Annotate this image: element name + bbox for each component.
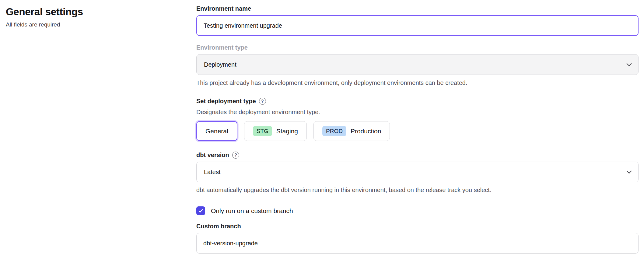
environment-name-input[interactable] xyxy=(196,15,639,36)
environment-type-select[interactable]: Deployment xyxy=(196,54,639,75)
environment-settings-form: Environment name Environment type Deploy… xyxy=(196,0,639,263)
production-button-label: Production xyxy=(351,128,381,135)
dbt-version-label: dbt version ? xyxy=(196,151,639,159)
environment-settings-page: General settings All fields are required… xyxy=(0,0,644,263)
environment-name-label: Environment name xyxy=(196,5,639,12)
custom-branch-checkbox[interactable] xyxy=(196,206,205,215)
check-icon xyxy=(198,208,204,214)
dbt-version-helper: dbt automatically upgrades the dbt versi… xyxy=(196,186,639,194)
stg-badge: STG xyxy=(253,126,272,136)
custom-branch-toggle-row: Only run on a custom branch xyxy=(196,206,639,215)
deployment-type-label-text: Set deployment type xyxy=(196,97,256,105)
page-subtitle: All fields are required xyxy=(6,21,196,28)
staging-button-label: Staging xyxy=(276,128,298,135)
environment-type-label: Environment type xyxy=(196,44,639,51)
custom-branch-input[interactable] xyxy=(196,233,639,254)
dbt-version-select[interactable]: Latest xyxy=(196,162,639,182)
help-icon[interactable]: ? xyxy=(232,152,239,159)
dbt-version-value: Latest xyxy=(204,169,220,176)
dbt-version-label-text: dbt version xyxy=(196,151,229,159)
deployment-type-staging-button[interactable]: STG Staging xyxy=(244,121,307,141)
deployment-type-options: General STG Staging PROD Production xyxy=(196,121,639,141)
environment-type-helper: This project already has a development e… xyxy=(196,79,639,86)
prod-badge: PROD xyxy=(322,126,346,136)
deployment-type-helper: Designates the deployment environment ty… xyxy=(196,108,639,116)
environment-type-value: Deployment xyxy=(204,61,236,68)
deployment-type-general-button[interactable]: General xyxy=(196,121,237,141)
custom-branch-label: Custom branch xyxy=(196,223,639,230)
general-button-label: General xyxy=(205,128,228,135)
chevron-down-icon xyxy=(627,61,632,66)
help-icon[interactable]: ? xyxy=(259,98,266,105)
page-title: General settings xyxy=(6,6,196,18)
deployment-type-production-button[interactable]: PROD Production xyxy=(313,121,390,141)
custom-branch-toggle-label: Only run on a custom branch xyxy=(211,207,293,215)
deployment-type-label: Set deployment type ? xyxy=(196,97,639,105)
settings-header: General settings All fields are required xyxy=(0,0,196,263)
chevron-down-icon xyxy=(627,168,632,174)
